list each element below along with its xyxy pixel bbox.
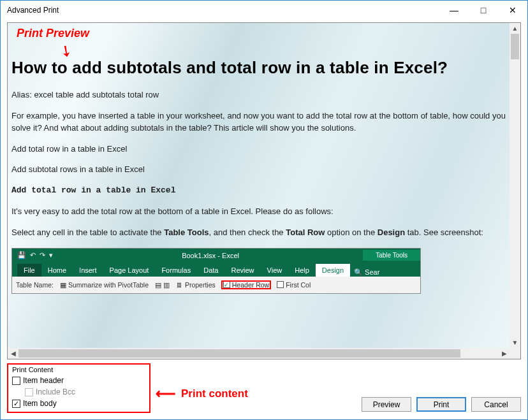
checkbox-icon — [25, 388, 33, 396]
scroll-up-icon[interactable]: ▲ — [510, 23, 520, 34]
doc-para-1: For example, you have inserted a table i… — [11, 110, 506, 134]
item-body-label: Item body — [23, 399, 57, 408]
doc-para-2: Add total row in a table in Excel — [11, 143, 506, 156]
item-body-row[interactable]: ✓ Item body — [12, 398, 145, 409]
table-tools-context: Table Tools — [363, 250, 420, 261]
scroll-right-icon[interactable]: ▶ — [499, 348, 510, 359]
ribbon-titlebar: 💾 ↶ ↷ ▾ Book1.xlsx - Excel Table Tools — [12, 249, 420, 263]
scroll-thumb[interactable] — [18, 349, 460, 358]
doc-para-4: Add total row in a table in Excel — [11, 185, 506, 197]
ribbon-misc-icons: ▤ ▥ — [155, 281, 170, 289]
preview-pane: Print Preview ➘ How to add subtotals and… — [7, 22, 521, 359]
annotation-arrow-icon: ⟵ — [156, 386, 176, 402]
doc-para-3: Add subtotal rows in a table in Excel — [11, 164, 506, 176]
close-button[interactable]: ✕ — [498, 1, 527, 20]
doc-alias: Alias: excel table add subtotals total r… — [11, 89, 506, 101]
redo-icon: ↷ — [40, 251, 45, 259]
search-icon: 🔍 — [354, 268, 363, 277]
maximize-button[interactable]: □ — [469, 1, 498, 20]
annotation-print-content: Print content — [181, 387, 248, 400]
tab-design: Design — [316, 264, 350, 277]
properties-item: 🗏 Properties — [176, 281, 216, 289]
doc-para-5: It's very easy to add the total row at t… — [11, 206, 506, 218]
titlebar: Advanced Print — □ ✕ — [1, 1, 527, 20]
horizontal-scrollbar[interactable]: ◀ ▶ — [8, 348, 510, 359]
window-title: Advanced Print — [7, 6, 59, 15]
bottom-bar: Print Content Item header Include Bcc ✓ … — [1, 359, 527, 419]
embedded-ribbon-screenshot: 💾 ↶ ↷ ▾ Book1.xlsx - Excel Table Tools F… — [11, 248, 421, 294]
ribbon-tabs: File Home Insert Page Layout Formulas Da… — [12, 263, 420, 277]
scroll-down-icon[interactable]: ▼ — [510, 337, 520, 348]
tab-home: Home — [41, 264, 73, 277]
doc-heading: How to add subtotals and total row in a … — [11, 58, 510, 78]
print-content-title: Print Content — [12, 366, 145, 373]
ribbon-search: 🔍 Sear — [350, 268, 383, 277]
minimize-button[interactable]: — — [439, 1, 469, 20]
tab-page-layout: Page Layout — [103, 264, 156, 277]
scroll-left-icon[interactable]: ◀ — [8, 348, 18, 359]
print-button[interactable]: Print — [416, 397, 466, 412]
include-bcc-label: Include Bcc — [36, 387, 75, 396]
properties-icon: 🗏 — [176, 281, 183, 289]
dialog-buttons: Preview Print Cancel — [362, 397, 521, 412]
item-header-row[interactable]: Item header — [12, 375, 145, 386]
include-bcc-row: Include Bcc — [12, 386, 145, 398]
ribbon-body: Table Name: ▦ Summarize with PivotTable … — [12, 277, 420, 293]
preview-button[interactable]: Preview — [362, 397, 411, 412]
item-header-label: Item header — [23, 376, 64, 385]
table-name-label: Table Name: — [16, 281, 54, 289]
cancel-button[interactable]: Cancel — [471, 397, 521, 412]
tab-file: File — [17, 264, 41, 277]
pivot-icon: ▦ — [60, 281, 66, 289]
tab-formulas: Formulas — [155, 264, 197, 277]
document-preview: Print Preview ➘ How to add subtotals and… — [8, 23, 510, 348]
vertical-scrollbar[interactable]: ▲ ▼ — [510, 23, 520, 348]
tab-view: View — [261, 264, 289, 277]
qat-more-icon: ▾ — [49, 251, 53, 259]
dialog-window: Advanced Print — □ ✕ Print Preview ➘ How… — [0, 0, 528, 420]
undo-icon: ↶ — [30, 251, 36, 259]
doc-para-6: Select any cell in the table to activate… — [11, 227, 506, 239]
save-icon: 💾 — [17, 251, 26, 259]
tab-insert: Insert — [73, 264, 103, 277]
ribbon-app-title: Book1.xlsx - Excel — [58, 252, 363, 259]
scroll-corner — [510, 348, 520, 359]
tab-help: Help — [288, 264, 316, 277]
scroll-track[interactable] — [510, 34, 520, 337]
checkbox-icon: ✓ — [223, 281, 230, 288]
tab-data: Data — [197, 264, 224, 277]
first-column-checkbox: First Col — [277, 281, 311, 289]
scroll-thumb[interactable] — [511, 34, 519, 59]
checkbox-icon[interactable] — [12, 377, 20, 385]
summarize-pivot: ▦ Summarize with PivotTable — [60, 281, 149, 289]
annotation-print-preview: Print Preview — [17, 27, 89, 40]
tab-review: Review — [224, 264, 260, 277]
scroll-track[interactable] — [18, 348, 499, 359]
print-content-group: Print Content Item header Include Bcc ✓ … — [7, 363, 150, 413]
checkbox-icon — [277, 281, 284, 288]
checkbox-icon[interactable]: ✓ — [12, 400, 20, 408]
header-row-checkbox: ✓ Header Row — [222, 281, 270, 289]
